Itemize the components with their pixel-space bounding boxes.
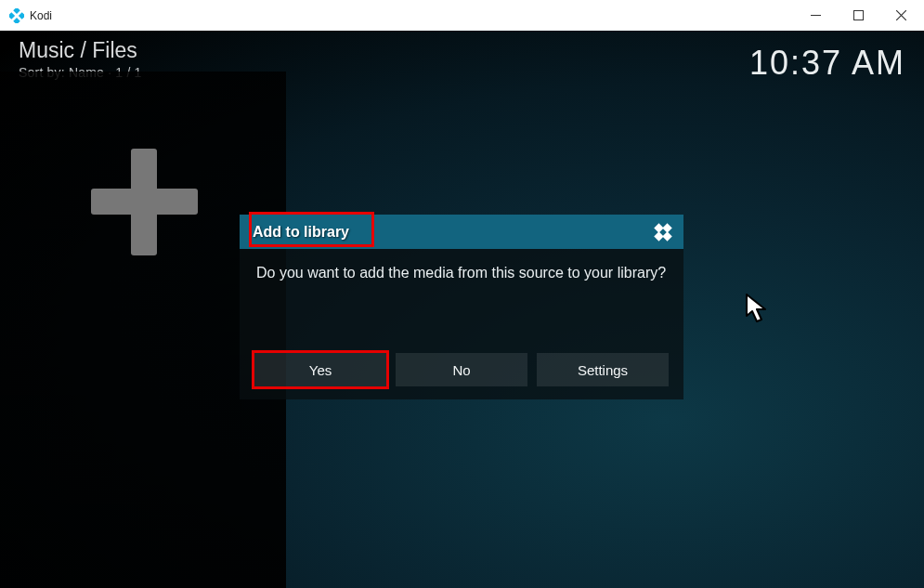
svg-rect-1 — [19, 12, 24, 20]
no-button[interactable]: No — [396, 353, 527, 386]
dialog-actions: Yes No Settings — [240, 353, 683, 399]
dialog-header: Add to library — [240, 215, 683, 249]
minimize-button[interactable] — [794, 0, 837, 31]
maximize-button[interactable] — [837, 0, 879, 31]
kodi-diamond-icon — [653, 222, 673, 242]
svg-rect-3 — [13, 17, 20, 22]
settings-button-label: Settings — [578, 362, 628, 378]
add-source-tile[interactable] — [74, 132, 214, 271]
svg-rect-4 — [811, 15, 821, 16]
app-content-area: Music / Files Sort by: Name · 1 / 1 10:3… — [0, 31, 924, 588]
no-button-label: No — [452, 362, 470, 378]
breadcrumb: Music / Files — [19, 38, 142, 63]
dialog-title: Add to library — [253, 224, 349, 241]
settings-button[interactable]: Settings — [537, 353, 669, 386]
clock: 10:37 AM — [749, 44, 905, 83]
svg-rect-6 — [662, 223, 671, 232]
app-title: Kodi — [30, 9, 52, 22]
plus-icon — [91, 149, 198, 255]
svg-rect-8 — [654, 223, 663, 232]
svg-rect-2 — [9, 12, 15, 20]
add-to-library-dialog: Add to library Do you want to add the me… — [240, 215, 683, 399]
svg-rect-0 — [13, 8, 20, 14]
app-brand: Kodi — [9, 8, 52, 23]
svg-rect-5 — [853, 11, 863, 20]
close-button[interactable] — [879, 0, 922, 31]
cursor-icon — [746, 294, 770, 323]
dialog-message: Do you want to add the media from this s… — [240, 249, 683, 353]
kodi-logo-icon — [9, 8, 24, 23]
window-titlebar: Kodi — [0, 0, 924, 31]
yes-button-label: Yes — [309, 362, 332, 378]
yes-button[interactable]: Yes — [254, 353, 386, 386]
svg-rect-7 — [662, 231, 671, 241]
svg-rect-9 — [654, 231, 663, 241]
window-controls — [794, 0, 922, 31]
